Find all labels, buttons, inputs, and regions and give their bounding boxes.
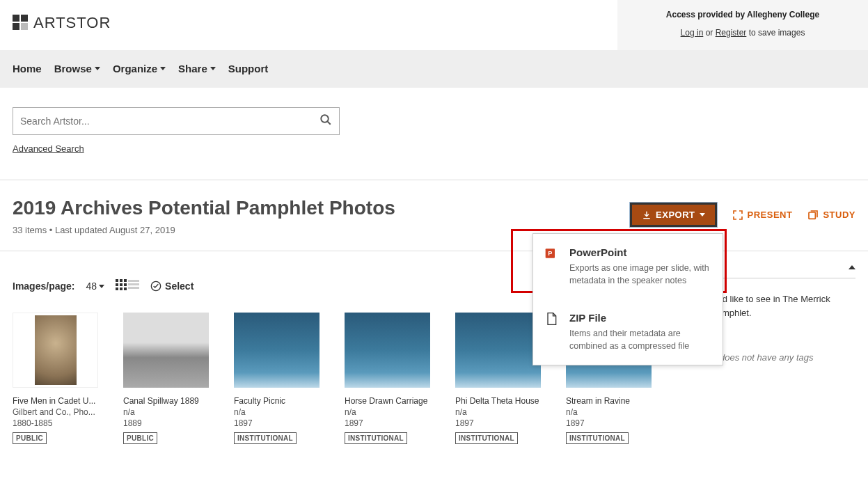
check-circle-icon <box>150 281 161 292</box>
nav-home[interactable]: Home <box>13 50 42 87</box>
images-per-page-label: Images/page: <box>13 281 74 292</box>
thumbnail-image <box>345 313 430 388</box>
thumbnail-date: 1897 <box>455 418 541 428</box>
access-badge: PUBLIC <box>13 432 47 444</box>
svg-rect-3 <box>21 23 28 30</box>
thumbnail-creator: n/a <box>455 407 541 417</box>
export-option-zip[interactable]: ZIP File Items and their metadata are co… <box>533 299 723 365</box>
caret-down-icon <box>210 67 216 70</box>
login-link[interactable]: Log in <box>681 28 704 38</box>
thumbnail-creator: n/a <box>566 407 652 417</box>
images-per-page-value[interactable]: 48 <box>86 281 104 292</box>
page-title: 2019 Archives Potential Pamphlet Photos <box>13 197 395 219</box>
svg-rect-11 <box>124 279 127 282</box>
thumbnail-title: Five Men in Cadet U... <box>13 396 98 406</box>
thumbnail-item[interactable]: Phi Delta Theta House n/a 1897 INSTITUTI… <box>455 313 541 444</box>
caret-down-icon <box>700 213 705 216</box>
download-icon <box>642 210 652 220</box>
page-meta: 33 items • Last updated August 27, 2019 <box>13 225 395 235</box>
file-icon <box>544 312 558 326</box>
thumbnail-image <box>455 313 541 388</box>
access-badge: PUBLIC <box>123 432 157 444</box>
access-info: Access provided by Allegheny College Log… <box>617 0 868 50</box>
thumbnail-item[interactable]: Faculty Picnic n/a 1897 INSTITUTIONAL <box>234 313 319 444</box>
thumbnail-title: Horse Drawn Carriage <box>345 396 430 406</box>
svg-line-5 <box>327 121 331 125</box>
svg-rect-20 <box>128 287 139 289</box>
svg-rect-0 <box>13 15 19 22</box>
access-badge: INSTITUTIONAL <box>234 432 297 444</box>
export-button[interactable]: EXPORT <box>630 203 716 227</box>
list-view-icon[interactable] <box>128 279 139 293</box>
thumbnail-date: 1897 <box>345 418 430 428</box>
page-actions: EXPORT PRESENT STUDY P PowerPoint Export… <box>630 203 855 227</box>
thumbnail-title: Phi Delta Theta House <box>455 396 541 406</box>
thumbnail-image <box>123 313 209 388</box>
access-badge: INSTITUTIONAL <box>345 432 407 444</box>
caret-down-icon <box>160 67 166 70</box>
svg-rect-12 <box>116 283 118 286</box>
chevron-up-icon <box>849 265 855 269</box>
thumbnail-item[interactable]: Five Men in Cadet U... Gilbert and Co., … <box>13 313 98 444</box>
thumbnail-creator: n/a <box>345 407 430 417</box>
select-toggle[interactable]: Select <box>150 281 194 292</box>
svg-rect-6 <box>809 212 815 219</box>
thumbnail-item[interactable]: Horse Drawn Carriage n/a 1897 INSTITUTIO… <box>345 313 430 444</box>
thumbnail-date: 1880-1885 <box>13 418 98 428</box>
nav-support[interactable]: Support <box>228 50 269 87</box>
thumbnail-image <box>13 313 98 388</box>
grid-view-icon[interactable] <box>116 279 127 293</box>
export-dropdown: P PowerPoint Exports as one image per sl… <box>532 233 723 365</box>
thumbnail-image <box>234 313 319 388</box>
search-icon[interactable] <box>319 113 332 129</box>
thumbnail-title: Stream in Ravine <box>566 396 652 406</box>
powerpoint-icon: P <box>544 246 558 260</box>
thumbnail-item[interactable]: Canal Spillway 1889 n/a 1889 PUBLIC <box>123 313 209 444</box>
svg-rect-19 <box>128 283 139 285</box>
thumbnail-title: Faculty Picnic <box>234 396 319 406</box>
svg-point-4 <box>321 115 329 123</box>
main-nav: Home Browse Organize Share Support <box>0 50 868 88</box>
svg-rect-17 <box>124 287 127 290</box>
thumbnail-creator: n/a <box>234 407 319 417</box>
svg-rect-1 <box>21 15 28 22</box>
thumbnail-creator: n/a <box>123 407 209 417</box>
svg-rect-9 <box>116 279 118 282</box>
export-option-powerpoint[interactable]: P PowerPoint Exports as one image per sl… <box>533 234 723 299</box>
access-provider: Access provided by Allegheny College <box>659 10 826 19</box>
nav-browse[interactable]: Browse <box>54 50 100 87</box>
thumbnail-creator: Gilbert and Co., Pho... <box>13 407 98 417</box>
search-input[interactable] <box>20 116 319 127</box>
thumbnail-date: 1897 <box>566 418 652 428</box>
svg-rect-18 <box>128 280 139 282</box>
svg-rect-2 <box>13 23 19 30</box>
study-button[interactable]: STUDY <box>807 210 855 221</box>
logo[interactable]: ARTSTOR <box>0 0 123 32</box>
search-box[interactable] <box>13 107 340 135</box>
nav-share[interactable]: Share <box>178 50 216 87</box>
svg-rect-16 <box>120 287 123 290</box>
access-badge: INSTITUTIONAL <box>566 432 629 444</box>
svg-rect-13 <box>120 283 123 286</box>
caret-down-icon <box>99 285 104 288</box>
svg-rect-14 <box>124 283 127 286</box>
svg-rect-10 <box>120 279 123 282</box>
svg-text:P: P <box>548 250 552 257</box>
register-link[interactable]: Register <box>716 28 747 38</box>
caret-down-icon <box>95 67 100 70</box>
logo-mark-icon <box>13 15 29 31</box>
nav-organize[interactable]: Organize <box>113 50 166 87</box>
logo-text: ARTSTOR <box>33 14 111 32</box>
advanced-search-link[interactable]: Advanced Search <box>13 143 84 154</box>
cards-icon <box>807 210 819 221</box>
access-badge: INSTITUTIONAL <box>455 432 518 444</box>
thumbnail-title: Canal Spillway 1889 <box>123 396 209 406</box>
expand-icon <box>732 210 743 221</box>
svg-rect-15 <box>116 287 118 290</box>
thumbnail-date: 1889 <box>123 418 209 428</box>
present-button[interactable]: PRESENT <box>732 210 793 221</box>
access-auth: Log in or Register to save images <box>659 28 826 38</box>
thumbnail-date: 1897 <box>234 418 319 428</box>
